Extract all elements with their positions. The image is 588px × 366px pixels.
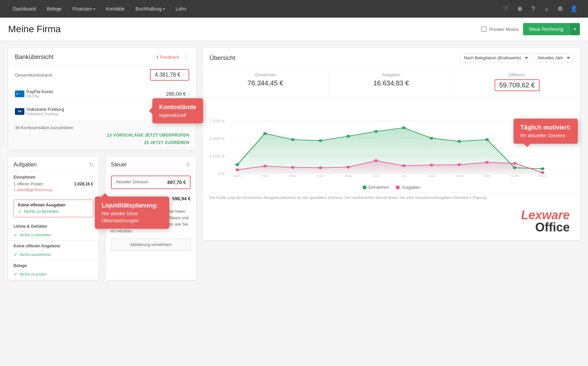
steuer-zeitraum-label: Aktueller Zeitraum <box>116 180 149 184</box>
nav-dashboard[interactable]: Dashboard <box>8 3 41 14</box>
svg-point-29 <box>402 164 406 167</box>
user-icon[interactable]: 👤 <box>568 3 580 15</box>
offene-posten-label: 1 offener Posten <box>14 182 43 186</box>
nav-belege[interactable]: Belege <box>42 3 67 14</box>
gesamtkontostand-arrow-icon: › <box>183 73 184 77</box>
uebersicht-card: Übersicht Nach Belegdatum (Bruttowerte) … <box>203 48 580 240</box>
vorschlaege-link[interactable]: 13 VORSCHLÄGE JETZT ÜBERPRÜFEN <box>107 133 189 138</box>
aufgaben-refresh-icon[interactable]: ↻ <box>89 161 93 168</box>
belege-row: ✓ Nichts zu prüfen. <box>14 271 48 277</box>
neue-rechnung-button[interactable]: Neue Rechnung <box>523 23 569 35</box>
svg-point-20 <box>485 138 489 141</box>
belegdatum-filter[interactable]: Nach Belegdatum (Bruttowerte) <box>460 53 531 63</box>
steuer-cta-button[interactable]: Aktivierung vornehmen <box>111 239 191 251</box>
privater-modus-label: Privater Modus <box>489 27 519 32</box>
svg-point-22 <box>541 167 544 170</box>
kontoumsaetze-label: 38 Kontoumsätze zuzuordnen <box>15 125 73 130</box>
paypal-account-sub: PAYPAL <box>26 94 53 98</box>
aufgaben-title: Aufgaben <box>14 162 37 168</box>
svg-point-30 <box>430 164 433 166</box>
aufgaben-header: Aufgaben ↻ <box>8 157 99 171</box>
bank-header-right: ℹ Feedback ⋮ <box>156 53 189 61</box>
angebote-row: ✓ Nichts ausstehend. <box>14 252 51 257</box>
zuordnen-link[interactable]: 25 JETZT ZUORDNEN <box>144 140 189 145</box>
content-grid: Bankübersicht ℹ Feedback ⋮ Gesamtkontost… <box>0 41 588 287</box>
callout-liquiditaet-text: Nie wieder böse Überraschungen <box>102 210 139 223</box>
bank-card-title: Bankübersicht <box>15 54 53 61</box>
steuer-vorherig-value: 596,94 € <box>172 196 191 201</box>
paypal-amount-group: 280,00 € › <box>166 91 189 97</box>
offene-posten-row: 1 offener Posten 1.028,16 € <box>14 182 93 186</box>
paypal-amount: 280,00 € <box>166 91 186 97</box>
keine-ausgaben-text: Nichts zu bezahlen. <box>24 209 60 214</box>
nav-kontakte[interactable]: Kontakte <box>101 3 129 14</box>
privater-modus-toggle[interactable]: Privater Modus <box>481 26 519 32</box>
svg-point-15 <box>346 135 350 138</box>
callout-gewinn-strong: Täglich motiviert: <box>520 123 571 132</box>
gesamtkontostand-amount: 4.381,78 € <box>155 72 180 78</box>
nav-lohn[interactable]: Lohn <box>171 3 191 14</box>
more-options-icon[interactable]: ⋮ <box>183 53 189 61</box>
paypal-account-name: PayPal Konto <box>26 89 53 94</box>
einnahmen-section: Einnahmen 1 offener Posten 1.028,16 € 1 … <box>8 171 99 196</box>
zeitraum-filter[interactable]: Aktuelles Jahr <box>534 53 573 63</box>
keine-ausgaben-row: ✓ Nichts zu bezahlen. <box>18 209 89 214</box>
steuer-refresh-icon[interactable]: ↻ <box>186 161 191 168</box>
legend-ausgaben: Ausgaben <box>396 185 420 190</box>
angebote-title: Keine offenen Angebote <box>14 244 60 248</box>
ueberfaellige-rechnung[interactable]: 1 überfällige Rechnung <box>14 188 93 192</box>
heart-icon[interactable]: ♡ <box>500 3 512 15</box>
steuer-title: Steuer <box>111 162 127 168</box>
svg-point-12 <box>263 132 267 135</box>
page-header: Meine Firma Privater Modus Neue Rechnung… <box>0 18 588 41</box>
plus-circle-icon[interactable]: ⊕ <box>514 3 526 15</box>
differenz-stat-value: 59.709,62 € <box>495 79 540 91</box>
nav-icons: ♡ ⊕ ? ⌕ ⚙ 👤 <box>500 3 580 15</box>
privater-modus-checkbox[interactable] <box>481 26 486 32</box>
volksbank-account-details: Volksbank Freiburg Volksbank Freiburg <box>26 107 64 116</box>
svg-point-31 <box>457 163 461 166</box>
svg-point-21 <box>513 166 517 169</box>
settings-icon[interactable]: ⚙ <box>554 3 566 15</box>
paypal-account-details: PayPal Konto PAYPAL <box>26 89 53 98</box>
gesamtkontostand-value-box[interactable]: 4.381,78 € › <box>150 69 189 81</box>
help-icon[interactable]: ? <box>527 3 539 15</box>
callout-kontostaende-text: tagesaktuell <box>159 112 186 118</box>
volksbank-account-info: VB Volksbank Freiburg Volksbank Freiburg <box>15 107 64 116</box>
steuer-zeitraum-value: 897,70 € <box>168 180 186 185</box>
lexware-product-name: Office <box>521 221 570 233</box>
steuer-zeitraum-info: Aktueller Zeitraum <box>116 180 149 185</box>
svg-point-24 <box>263 165 267 167</box>
ausgaben-stat-value: 16.634,83 € <box>335 79 447 87</box>
nav-finanzen[interactable]: Finanzen ▾ <box>68 3 100 14</box>
einnahmen-legend-dot <box>363 185 367 189</box>
nav-buchhaltung[interactable]: Buchhaltung ▾ <box>131 3 170 14</box>
keine-ausgaben-box: Keine offenen Ausgaben ✓ Nichts zu bezah… <box>14 200 93 217</box>
svg-point-19 <box>457 140 461 143</box>
svg-point-26 <box>319 166 322 169</box>
svg-point-23 <box>235 168 239 171</box>
svg-text:Mai: Mai <box>345 174 352 177</box>
page-title: Meine Firma <box>8 24 61 35</box>
bank-card-header: Bankübersicht ℹ Feedback ⋮ <box>8 48 196 65</box>
kontoumsaetze-section: 38 Kontoumsätze zuzuordnen 13 VORSCHLÄGE… <box>8 120 196 150</box>
einnahmen-legend-label: Einnahmen <box>369 185 389 190</box>
differenz-stat-label: Differenz <box>461 73 573 77</box>
paypal-account-info: P PayPal Konto PAYPAL <box>15 89 53 98</box>
stats-row: Einnahmen 76.344,45 € Ausgaben 16.634,83… <box>203 67 580 97</box>
uebersicht-header: Übersicht Nach Belegdatum (Bruttowerte) … <box>203 48 580 67</box>
svg-text:Apr: Apr <box>317 174 324 177</box>
lexware-logo: Lexware Office <box>521 209 570 233</box>
svg-text:P: P <box>17 93 18 96</box>
angebote-section: Keine offenen Angebote ✓ Nichts ausstehe… <box>8 241 99 260</box>
svg-text:2.500 €: 2.500 € <box>210 155 225 158</box>
ausgaben-stat-label: Ausgaben <box>335 73 447 77</box>
search-icon[interactable]: ⌕ <box>541 3 553 15</box>
feedback-label: Feedback <box>160 55 179 60</box>
callout-kontostaende: Kontostände tagesaktuell <box>152 98 203 123</box>
svg-point-17 <box>402 126 406 129</box>
svg-text:Okt: Okt <box>484 174 491 177</box>
feedback-button[interactable]: ℹ Feedback <box>156 55 179 60</box>
neue-rechnung-arrow-button[interactable]: ▾ <box>569 23 580 35</box>
svg-text:5.000 €: 5.000 € <box>210 137 225 141</box>
